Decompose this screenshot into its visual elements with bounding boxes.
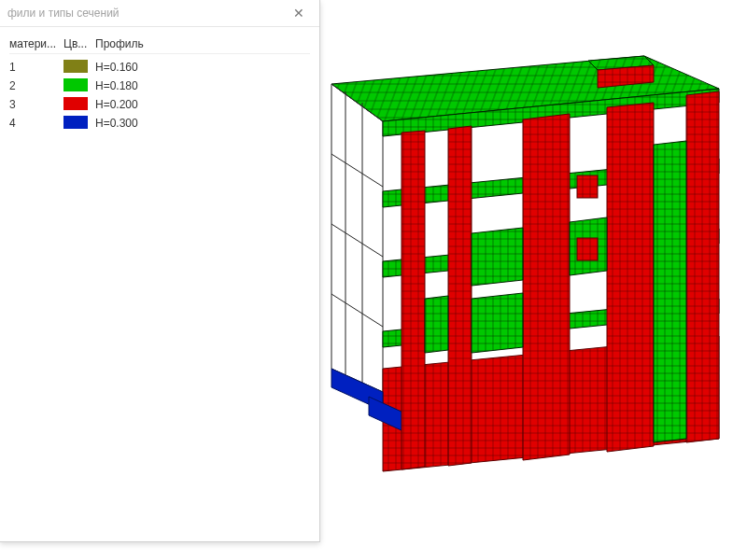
cell-profile: H=0.180 (95, 79, 310, 92)
col-header-color[interactable]: Цв... (63, 37, 95, 50)
svg-rect-20 (577, 175, 598, 198)
svg-marker-18 (654, 141, 686, 442)
panel-titlebar[interactable]: фили и типы сечений ✕ (0, 0, 319, 27)
close-button[interactable]: ✕ (284, 0, 314, 26)
svg-marker-13 (686, 91, 719, 442)
table-header: матери... Цв... Профиль (9, 35, 310, 54)
svg-rect-19 (577, 238, 598, 260)
left-facade-frame (331, 84, 383, 392)
close-icon: ✕ (293, 6, 304, 21)
table-row[interactable]: 4 H=0.300 (9, 114, 310, 133)
app-viewport: фили и типы сечений ✕ матери... Цв... Пр… (0, 0, 747, 560)
svg-marker-14 (472, 228, 523, 286)
color-swatch (63, 116, 88, 129)
panel-title: фили и типы сечений (7, 7, 284, 20)
color-swatch (63, 60, 88, 73)
svg-marker-12 (607, 103, 654, 452)
table-row[interactable]: 3 H=0.200 (9, 95, 310, 114)
sections-table: матери... Цв... Профиль 1 H=0.160 2 H=0.… (0, 27, 319, 140)
svg-marker-11 (523, 114, 570, 460)
cell-material: 2 (9, 79, 63, 92)
cell-material: 1 (9, 61, 63, 74)
svg-marker-9 (402, 131, 425, 469)
svg-marker-17 (425, 296, 448, 353)
opening-blocks (577, 175, 598, 260)
col-header-material[interactable]: матери... (9, 37, 63, 50)
cell-profile: H=0.160 (95, 61, 310, 74)
color-swatch (63, 97, 88, 110)
cell-profile: H=0.300 (95, 117, 310, 130)
sections-panel: фили и типы сечений ✕ матери... Цв... Пр… (0, 0, 320, 542)
cell-profile: H=0.200 (95, 98, 310, 111)
svg-marker-16 (472, 293, 523, 353)
svg-line-4 (331, 154, 383, 187)
svg-line-5 (331, 224, 383, 257)
table-row[interactable]: 1 H=0.160 (9, 58, 310, 77)
col-header-profile[interactable]: Профиль (95, 37, 310, 50)
cell-material: 3 (9, 98, 63, 111)
color-swatch (63, 78, 88, 91)
cell-material: 4 (9, 117, 63, 130)
svg-marker-10 (448, 126, 472, 466)
svg-line-6 (331, 294, 383, 327)
svg-marker-3 (331, 84, 383, 392)
table-row[interactable]: 2 H=0.180 (9, 77, 310, 95)
